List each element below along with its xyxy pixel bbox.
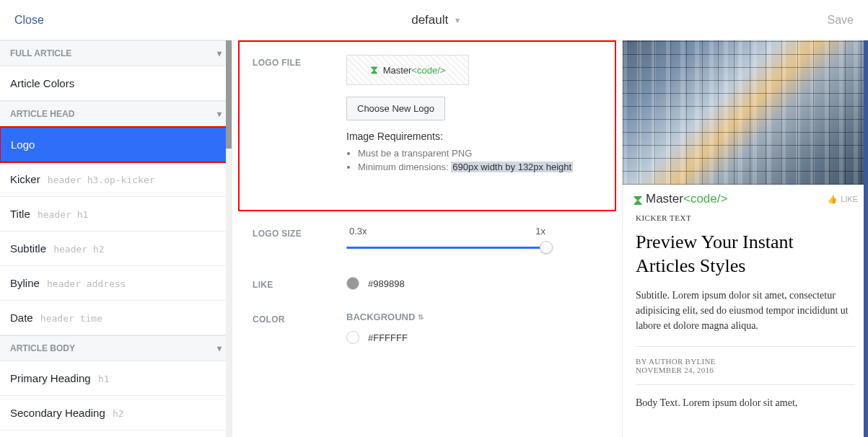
divider [636,346,855,347]
chevron-down-icon: ▾ [217,109,222,119]
sidebar-item-body-text[interactable]: Body Text p [0,431,232,437]
preview-headline: Preview Your Instant Articles Styles [636,231,855,278]
like-color-swatch[interactable] [346,277,359,290]
divider [636,384,855,385]
logo-size-label: LOGO SIZE [253,226,346,255]
sidebar-item-kicker[interactable]: Kicker header h3.op-kicker [0,162,232,197]
logo-size-slider[interactable] [346,241,548,255]
bg-color-value: #FFFFFF [368,332,408,343]
article-preview: Master<code/> 👍 LIKE KICKER TEXT Preview… [623,40,868,437]
sidebar-item-byline[interactable]: Byline header address [0,266,232,301]
section-full-article[interactable]: FULL ARTICLE ▾ [0,40,232,66]
preview-body: Body Text. Lorem ipsum dolor sit amet, [636,395,855,410]
thumbs-up-icon: 👍 [828,195,838,204]
main-content: FULL ARTICLE ▾ Article Colors ARTICLE HE… [0,40,868,437]
sidebar-item-subtitle[interactable]: Subtitle header h2 [0,231,232,266]
sidebar-item-secondary-heading[interactable]: Secondary Heading h2 [0,396,232,431]
sort-icon: ⇅ [418,313,424,321]
chevron-down-icon: ▾ [217,48,222,58]
highlighted-region: LOGO FILE Master<code/> Choose New Logo … [238,40,616,211]
slider-max: 1x [535,226,545,237]
mastercode-logo: Master<code/> [370,65,446,76]
section-article-body[interactable]: ARTICLE BODY ▾ [0,335,232,361]
requirements-title: Image Requirements: [346,131,602,142]
chevron-down-icon: ▾ [217,343,222,353]
color-label: COLOR [253,312,346,344]
requirement-item: Must be a transparent PNG [358,148,602,159]
preview-byline: BY AUTHOR BYLINE [636,357,855,366]
sidebar-item-title[interactable]: Title header h1 [0,197,232,231]
logo-preview: Master<code/> [346,55,469,85]
sidebar-item-article-colors[interactable]: Article Colors [0,66,232,101]
requirement-item: Minimum dimensions: 690px width by 132px… [358,162,602,172]
like-button[interactable]: 👍 LIKE [828,195,858,204]
preview-logo: Master<code/> [633,192,727,206]
background-dropdown[interactable]: BACKGROUND ⇅ [346,312,602,322]
logo-file-label: LOGO FILE [253,55,346,175]
save-button[interactable]: Save [828,14,854,27]
slider-min: 0.3x [349,226,367,237]
requirements-list: Must be a transparent PNG Minimum dimens… [358,148,602,172]
slider-handle[interactable] [540,241,553,254]
close-button[interactable]: Close [14,14,44,27]
hero-image [623,40,868,185]
hourglass-icon [370,65,380,75]
hourglass-icon [633,194,643,204]
like-color-value: #989898 [368,278,405,289]
style-name: default [411,13,448,27]
style-name-dropdown[interactable]: default ▾ [411,13,460,27]
top-bar: Close default ▾ Save [0,0,868,40]
bg-color-swatch[interactable] [346,331,359,344]
sidebar: FULL ARTICLE ▾ Article Colors ARTICLE HE… [0,40,232,437]
like-label: LIKE [253,277,346,290]
section-article-head[interactable]: ARTICLE HEAD ▾ [0,101,232,127]
chevron-down-icon: ▾ [455,15,460,25]
preview-date: NOVEMBER 24, 2016 [636,366,855,374]
preview-kicker: KICKER TEXT [636,213,855,222]
sidebar-item-primary-heading[interactable]: Primary Heading h1 [0,361,232,396]
sidebar-scrollbar[interactable] [226,40,232,437]
preview-subtitle: Subtitle. Lorem ipsum dolor sit amet, co… [636,288,855,333]
settings-panel: LOGO FILE Master<code/> Choose New Logo … [232,40,623,437]
page-scrollbar[interactable] [864,40,868,437]
choose-logo-button[interactable]: Choose New Logo [346,97,445,120]
sidebar-item-date[interactable]: Date header time [0,301,232,335]
sidebar-item-logo[interactable]: Logo [0,126,232,163]
